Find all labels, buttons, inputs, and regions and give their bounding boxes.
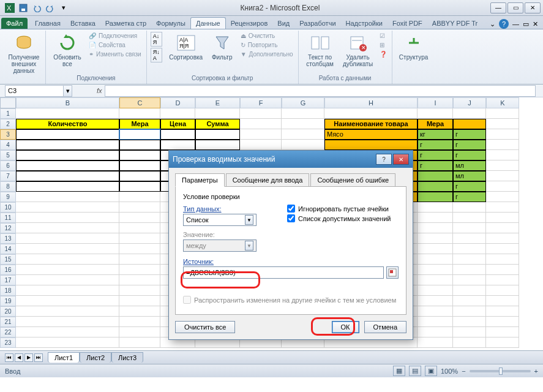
cell-J3[interactable]: г xyxy=(453,129,486,140)
range-picker-button[interactable] xyxy=(386,266,399,279)
cell-B5[interactable] xyxy=(16,150,119,160)
cell-K4[interactable] xyxy=(486,140,519,150)
cell-C10[interactable] xyxy=(119,202,160,213)
cell-I22[interactable] xyxy=(418,327,453,337)
cell-K15[interactable] xyxy=(486,254,519,265)
cell-B23[interactable] xyxy=(16,337,119,348)
cell-B16[interactable] xyxy=(16,265,119,275)
cell-C8[interactable] xyxy=(119,181,160,192)
row-header-16[interactable]: 16 xyxy=(0,265,16,275)
cell-I17[interactable] xyxy=(418,275,453,285)
cell-F4[interactable] xyxy=(240,140,282,150)
cell-B8[interactable] xyxy=(16,181,119,192)
cell-K11[interactable] xyxy=(486,213,519,223)
row-header-11[interactable]: 11 xyxy=(0,213,16,223)
cell-I7[interactable] xyxy=(418,171,453,181)
dialog-tab-params[interactable]: Параметры xyxy=(175,173,225,187)
tab-layout[interactable]: Разметка стр xyxy=(100,18,151,29)
cell-E4[interactable] xyxy=(195,140,240,150)
cell-E2[interactable]: Сумма xyxy=(195,119,240,129)
cell-C19[interactable] xyxy=(119,296,160,306)
cell-K1[interactable] xyxy=(486,108,519,119)
cell-I14[interactable] xyxy=(418,244,453,254)
zoom-value[interactable]: 100% xyxy=(441,368,458,375)
cell-J9[interactable]: г xyxy=(453,192,486,202)
cell-B11[interactable] xyxy=(16,213,119,223)
dialog-tab-input-msg[interactable]: Сообщение для ввода xyxy=(226,173,310,187)
cell-K3[interactable] xyxy=(486,129,519,140)
reapply-button[interactable]: ↻Повторить xyxy=(239,41,294,49)
tab-review[interactable]: Рецензиров xyxy=(226,18,273,29)
source-input[interactable] xyxy=(183,266,384,279)
doc-minimize-icon[interactable]: — xyxy=(512,20,519,28)
excel-icon[interactable]: X xyxy=(4,2,16,14)
cell-C9[interactable] xyxy=(119,192,160,202)
cell-J7[interactable]: мл xyxy=(453,171,486,181)
clear-filter-button[interactable]: ⏏Очистить xyxy=(239,32,294,40)
cell-K5[interactable] xyxy=(486,150,519,160)
cell-B18[interactable] xyxy=(16,285,119,296)
cell-C5[interactable] xyxy=(119,150,160,160)
cell-B1[interactable] xyxy=(16,108,119,119)
dialog-help-button[interactable]: ? xyxy=(376,154,392,165)
cell-H4[interactable] xyxy=(324,140,418,150)
cell-B7[interactable] xyxy=(16,171,119,181)
cell-K7[interactable] xyxy=(486,171,519,181)
cell-B2[interactable]: Количество xyxy=(16,119,119,129)
dialog-close-button[interactable]: ✕ xyxy=(393,154,409,165)
row-header-20[interactable]: 20 xyxy=(0,306,16,317)
help-icon[interactable]: ? xyxy=(499,19,509,29)
cell-K14[interactable] xyxy=(486,244,519,254)
tab-foxit[interactable]: Foxit PDF xyxy=(388,18,427,29)
cell-F1[interactable] xyxy=(240,108,282,119)
outline-button[interactable]: Структура xyxy=(396,32,432,62)
cell-J11[interactable] xyxy=(453,213,486,223)
row-header-14[interactable]: 14 xyxy=(0,244,16,254)
cell-I2[interactable]: Мера xyxy=(418,119,453,129)
col-header-F[interactable]: F xyxy=(240,97,282,108)
cell-H3[interactable]: Мясо xyxy=(324,129,418,140)
cell-B20[interactable] xyxy=(16,306,119,317)
row-header-15[interactable]: 15 xyxy=(0,254,16,265)
cell-B19[interactable] xyxy=(16,296,119,306)
row-header-23[interactable]: 23 xyxy=(0,337,16,348)
cell-K19[interactable] xyxy=(486,296,519,306)
in-cell-dropdown-checkbox[interactable]: Список допустимых значений xyxy=(287,214,391,222)
advanced-filter-button[interactable]: ▼Дополнительно xyxy=(239,50,294,58)
cell-J8[interactable]: г xyxy=(453,181,486,192)
properties-button[interactable]: 📄Свойства xyxy=(88,41,143,49)
cell-C1[interactable] xyxy=(119,108,160,119)
cell-K12[interactable] xyxy=(486,223,519,233)
cell-I5[interactable]: г xyxy=(418,150,453,160)
cell-C23[interactable] xyxy=(119,337,160,348)
row-header-12[interactable]: 12 xyxy=(0,223,16,233)
cell-F3[interactable] xyxy=(240,129,282,140)
view-pagebreak-icon[interactable]: ▣ xyxy=(425,366,437,376)
cell-I6[interactable]: г xyxy=(418,160,453,171)
col-header-G[interactable]: G xyxy=(282,97,324,108)
formula-bar[interactable] xyxy=(105,85,536,97)
row-header-17[interactable]: 17 xyxy=(0,275,16,285)
cell-B6[interactable] xyxy=(16,160,119,171)
col-header-E[interactable]: E xyxy=(195,97,240,108)
cell-J21[interactable] xyxy=(453,317,486,327)
filter-button[interactable]: Фильтр xyxy=(208,32,237,62)
cell-I13[interactable] xyxy=(418,233,453,244)
sheet-nav-first[interactable]: ⏮ xyxy=(5,353,13,362)
cell-C22[interactable] xyxy=(119,327,160,337)
tab-view[interactable]: Вид xyxy=(272,18,294,29)
cell-K22[interactable] xyxy=(486,327,519,337)
tab-home[interactable]: Главная xyxy=(30,18,66,29)
cell-C6[interactable] xyxy=(119,160,160,171)
cell-K8[interactable] xyxy=(486,181,519,192)
col-header-J[interactable]: J xyxy=(453,97,486,108)
col-header-I[interactable]: I xyxy=(418,97,453,108)
minimize-button[interactable]: — xyxy=(490,2,506,13)
col-header-H[interactable]: H xyxy=(324,97,418,108)
cell-B12[interactable] xyxy=(16,223,119,233)
cell-C16[interactable] xyxy=(119,265,160,275)
ignore-blank-checkbox[interactable]: Игнорировать пустые ячейки xyxy=(287,205,391,213)
cell-I19[interactable] xyxy=(418,296,453,306)
cell-K13[interactable] xyxy=(486,233,519,244)
tab-abbyy[interactable]: ABBYY PDF Tr xyxy=(427,18,482,29)
